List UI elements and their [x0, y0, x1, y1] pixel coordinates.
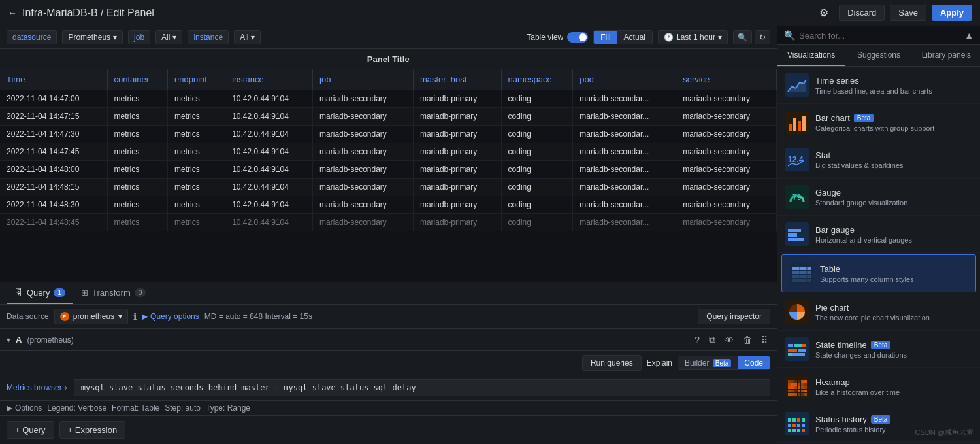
toggle-switch[interactable] [567, 32, 588, 43]
table-header-pod[interactable]: pod [573, 69, 676, 90]
tab-library-panels[interactable]: Library panels [913, 45, 980, 66]
viz-name: Bar gauge [815, 225, 972, 235]
viz-name: Stat [815, 150, 972, 160]
actual-button[interactable]: Actual [617, 31, 652, 44]
svg-rect-51 [791, 390, 794, 392]
svg-rect-73 [797, 429, 800, 432]
viz-item-time-series[interactable]: Time seriesTime based line, area and bar… [777, 67, 980, 104]
stat-icon: 12.4 [785, 148, 809, 171]
search-input[interactable] [799, 31, 960, 41]
fill-button[interactable]: Fill [594, 31, 617, 44]
viz-desc: Time based line, area and bar charts [815, 87, 972, 95]
svg-rect-66 [802, 418, 805, 422]
collapse-query-button[interactable]: ▾ [7, 335, 10, 345]
datasource-selector[interactable]: P prometheus ▾ [54, 309, 128, 324]
code-mode-button[interactable]: Code [738, 356, 770, 369]
svg-rect-52 [794, 390, 797, 392]
top-bar: ← Infra-MariaDB-B / Edit Panel ⚙ Discard… [0, 0, 980, 26]
viz-item-heatmap[interactable]: HeatmapLike a histogram over time [777, 368, 980, 405]
query-eye-button[interactable]: 👁 [722, 333, 736, 347]
query-options-button[interactable]: ▶ Query options [142, 312, 199, 321]
svg-rect-28 [798, 349, 806, 352]
clock-icon: 🕐 [664, 33, 674, 42]
zoom-out-button[interactable]: 🔍 [733, 30, 752, 44]
svg-rect-35 [798, 380, 800, 383]
options-toggle-button[interactable]: ▶ Options [7, 403, 42, 413]
svg-rect-54 [801, 390, 804, 392]
viz-item-bar-chart[interactable]: Bar chartBetaCategorical charts with gro… [777, 104, 980, 141]
tab-transform[interactable]: ⊞ Transform 0 [73, 282, 154, 304]
refresh-button[interactable]: ↻ [755, 30, 770, 44]
svg-rect-3 [793, 118, 796, 131]
builder-mode-button[interactable]: Builder Beta [678, 356, 738, 369]
viz-item-gauge[interactable]: 79GaugeStandard gauge visualization [777, 179, 980, 216]
svg-rect-50 [788, 390, 791, 392]
table-header-master_host[interactable]: master_host [413, 69, 501, 90]
info-button[interactable]: ℹ [133, 311, 137, 322]
query-inspector-button[interactable]: Query inspector [698, 309, 770, 324]
viz-item-table[interactable]: TableSupports many column styles [781, 254, 976, 292]
query-input[interactable] [74, 379, 770, 396]
svg-rect-68 [792, 424, 796, 427]
tab-suggestions[interactable]: Suggestions [845, 45, 912, 66]
viz-item-stat[interactable]: 12.4StatBig stat values & sparklines [777, 141, 980, 179]
viz-name: Status historyBeta [815, 415, 972, 424]
tab-visualizations[interactable]: Visualizations [777, 45, 845, 66]
job-select[interactable]: All ▾ [155, 30, 182, 44]
query-drag-button[interactable]: ⠿ [759, 333, 770, 347]
viz-desc: Big stat values & sparklines [815, 162, 972, 169]
discard-button[interactable]: Discard [839, 5, 885, 21]
viz-name: Bar chartBeta [815, 113, 972, 123]
table-header-service[interactable]: service [676, 69, 777, 90]
tab-query[interactable]: 🗄 Query 1 [7, 282, 73, 304]
step-meta: Step: auto [165, 403, 201, 413]
job-tag: job [128, 30, 150, 44]
svg-rect-37 [804, 380, 807, 383]
svg-rect-44 [788, 386, 791, 389]
table-row: 2022-11-04 14:48:45metricsmetrics10.42.0… [0, 214, 777, 231]
metrics-browser-button[interactable]: Metrics browser › [7, 383, 67, 392]
run-queries-button[interactable]: Run queries [582, 355, 642, 371]
back-button[interactable]: ← [8, 8, 17, 18]
table-row: 2022-11-04 14:48:15metricsmetrics10.42.0… [0, 179, 777, 196]
svg-rect-53 [798, 390, 800, 392]
query-help-button[interactable]: ? [692, 333, 702, 347]
apply-button[interactable]: Apply [932, 5, 972, 21]
svg-rect-56 [788, 393, 791, 396]
svg-rect-39 [791, 383, 794, 386]
viz-item-bar-gauge[interactable]: Bar gaugeHorizontal and vertical gauges [777, 216, 980, 253]
table-header-endpoint[interactable]: endpoint [168, 69, 225, 90]
viz-item-state-timeline[interactable]: State timelineBetaState changes and dura… [777, 331, 980, 368]
add-expression-button[interactable]: + Expression [59, 421, 126, 439]
viz-desc: Categorical charts with group support [815, 124, 972, 132]
time-range-picker[interactable]: 🕐 Last 1 hour ▾ [658, 30, 728, 44]
viz-item-pie-chart[interactable]: Pie chartThe new core pie chart visualiz… [777, 294, 980, 331]
table-icon [790, 262, 813, 285]
explain-button[interactable]: Explain [647, 358, 672, 367]
add-query-button[interactable]: + Query [7, 421, 54, 439]
table-view-toggle[interactable]: Table view [527, 32, 588, 43]
chevron-down-icon: ▾ [113, 33, 117, 42]
table-header-job[interactable]: job [313, 69, 414, 90]
table-header-instance[interactable]: instance [225, 69, 313, 90]
query-meta: MD = auto = 848 Interval = 15s [204, 312, 312, 321]
table-header-namespace[interactable]: namespace [501, 69, 573, 90]
save-button[interactable]: Save [890, 5, 926, 21]
format-meta: Format: Table [112, 403, 159, 413]
datasource-select[interactable]: Prometheus ▾ [62, 30, 123, 44]
table-header-Time[interactable]: Time [0, 69, 107, 90]
svg-rect-58 [794, 393, 797, 396]
instance-select[interactable]: All ▾ [234, 30, 261, 44]
collapse-panel-button[interactable]: ▲ [964, 30, 973, 41]
settings-button[interactable]: ⚙ [814, 4, 834, 22]
page-title: Infra-MariaDB-B / Edit Panel [22, 7, 154, 19]
search-icon: 🔍 [784, 30, 795, 41]
gauge-icon: 79 [785, 185, 809, 209]
query-copy-button[interactable]: ⧉ [706, 333, 718, 347]
fill-actual-toggle: Fill Actual [593, 30, 653, 44]
transform-icon: ⊞ [81, 288, 88, 298]
svg-rect-46 [794, 386, 797, 389]
query-delete-button[interactable]: 🗑 [740, 333, 755, 347]
table-header-container[interactable]: container [107, 69, 168, 90]
svg-rect-30 [792, 353, 805, 356]
